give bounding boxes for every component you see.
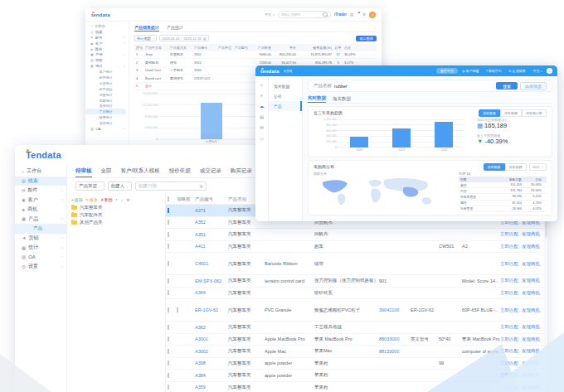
rail-icon[interactable] (260, 93, 263, 98)
match-data-link[interactable]: 立即匹配 (500, 290, 518, 296)
row-checkbox[interactable] (168, 307, 169, 312)
match-data-link[interactable]: 立即匹配 (500, 261, 518, 267)
rail-icon[interactable] (260, 104, 265, 109)
tree-action-button[interactable]: 修改 (85, 197, 98, 202)
cell-product-code[interactable]: A351 (195, 232, 228, 237)
find-opportunity-link[interactable]: 发现商机 (522, 261, 540, 267)
bell-icon[interactable]: ◌ (357, 12, 359, 17)
sidebar-item[interactable]: OA ∨ (15, 253, 66, 263)
sidebar-item[interactable]: OA ∨ (85, 126, 129, 132)
avatar[interactable]: ☺ (547, 68, 552, 74)
sidebar-item[interactable]: 运营统计 ∨ (85, 80, 129, 86)
cell-hs-code[interactable]: 88133000 (379, 349, 411, 354)
match-data-link[interactable]: 立即匹配 (500, 324, 518, 330)
language-switcher[interactable]: 中文 ∨ (265, 12, 275, 17)
sidebar-item[interactable]: 商机 ∨ (15, 205, 66, 215)
category-folder[interactable]: 汽车配件类 (71, 211, 161, 219)
product-row[interactable]: ER-1GV-62 汽车整车类 PVC Granule 聚氯乙烯颗粒PVC粒子 … (166, 299, 547, 322)
find-opportunity-link[interactable]: 发现商机 (522, 290, 540, 296)
guide-button[interactable]: 新手引导 (436, 68, 458, 74)
product-row[interactable]: A411 汽车整车类 跑车 CW501 A2 立即匹配 发现商机 (166, 241, 547, 254)
sidebar-item[interactable]: 线索 ∨ (85, 29, 129, 35)
cell-hs-code[interactable]: 901 (379, 278, 411, 283)
top10-row[interactable]: 中国 331,784 23.94% (459, 188, 547, 194)
sidebar-item[interactable]: 设置 ∨ (15, 262, 66, 272)
row-checkbox[interactable] (168, 244, 169, 249)
cell-product-code[interactable]: EM-SPX-062 (195, 278, 228, 283)
row-checkbox[interactable] (168, 278, 169, 283)
product-row[interactable]: EM-SPX-062 汽车整车类 tension control card 张力… (166, 275, 547, 288)
cell-product-code[interactable]: A3002 (195, 349, 228, 354)
bar[interactable]: 白星跑车 (180, 94, 243, 139)
tab[interactable]: 待审核 (75, 165, 92, 177)
cell-product-code[interactable]: A371 (195, 208, 228, 213)
sidebar-item[interactable]: 产品 ∨ (15, 215, 66, 225)
cell-product-code[interactable]: A398 (195, 361, 228, 365)
product-row[interactable]: A351 汽车整车类 回帆布 立即匹配 发现商机 (166, 229, 547, 241)
select-all-checkbox[interactable] (168, 196, 169, 201)
top10-row[interactable]: 印度尼西亚 98,236 9.20% (459, 194, 547, 200)
match-data-link[interactable]: 立即匹配 (500, 278, 518, 283)
cell-product-code[interactable]: A364 (195, 290, 228, 295)
find-opportunity-link[interactable]: 发现商机 (522, 278, 540, 283)
sidebar-item[interactable]: 业绩统计 ∨ (85, 120, 129, 126)
tree-action-button[interactable]: 添加 (71, 197, 82, 202)
match-data-link[interactable]: 立即匹配 (500, 231, 518, 237)
row-checkbox[interactable] (168, 349, 169, 354)
tab[interactable]: 购买记录 (231, 165, 252, 177)
sidebar-item[interactable]: 营销 ∨ (15, 234, 66, 244)
cell-orders[interactable]: 12 (333, 52, 344, 56)
find-opportunity-link[interactable]: 发现商机 (522, 231, 540, 237)
sidebar-item[interactable]: 产品 ∨ (85, 51, 129, 57)
cell-product-code[interactable]: A352 (195, 220, 228, 225)
advanced-filter-button[interactable]: 高级筛选 (520, 82, 547, 90)
row-checkbox[interactable] (168, 220, 169, 225)
date-range-input[interactable]: 2023-01-01 ~ 2023-12-31▦ (159, 35, 208, 41)
toggle-button[interactable]: 按采购量 (484, 163, 505, 171)
row-checkbox[interactable] (168, 208, 169, 213)
row-checkbox[interactable] (168, 385, 169, 390)
cell-orders[interactable]: 3 (333, 60, 344, 65)
header-menu-item[interactable]: 客户搜索 ∨ (462, 69, 482, 73)
cell-product-code[interactable]: A384 (195, 373, 228, 378)
tab[interactable]: 实时数据 (308, 94, 326, 103)
subnav-item[interactable]: 公司 (269, 91, 302, 101)
find-opportunity-link[interactable]: 发现商机 (522, 324, 540, 330)
year-select[interactable]: 2022∨ (529, 163, 547, 171)
tab[interactable]: 成交记录 (200, 165, 221, 177)
find-opportunity-link[interactable]: 发现商机 (522, 307, 540, 313)
row-checkbox[interactable] (168, 325, 169, 330)
cell-product-code[interactable]: A411 (195, 244, 228, 249)
top10-row[interactable]: 马来西亚 28,966 4.07% (459, 206, 547, 212)
match-data-link[interactable]: 立即匹配 (500, 244, 518, 249)
sidebar-item[interactable]: 商机 ∨ (85, 46, 129, 52)
sidebar-item[interactable]: 统计 ∨ (15, 243, 66, 253)
export-button[interactable]: 导出数据 (356, 36, 377, 41)
tab[interactable]: 客户/联系人模板 (121, 165, 160, 177)
sidebar-item[interactable]: 流量统计 ∨ (85, 92, 129, 98)
row-checkbox[interactable] (168, 361, 169, 365)
bar[interactable]: 2020 (341, 119, 379, 148)
create-date-input[interactable]: 创建日期▦ (135, 181, 207, 191)
sidebar-item[interactable]: 系统排行 ∨ (85, 103, 129, 109)
tree-action-button[interactable] (126, 197, 130, 202)
cell-product-code[interactable]: A362 (195, 325, 228, 330)
product-source-select[interactable]: 产品来源∨ (75, 181, 105, 191)
cell-hs-code[interactable]: 39042100 (379, 307, 411, 312)
sidebar-item[interactable]: 销售统计 ∨ (85, 114, 129, 120)
search-icon[interactable] (323, 12, 328, 17)
tab[interactable]: 报价依据 (169, 165, 191, 177)
sidebar-item[interactable]: 客户统计 ∨ (85, 69, 129, 75)
product-row[interactable]: C4501 汽车整车类 Barcode Ribbon 碳带 立即匹配 发现商机 (166, 253, 547, 275)
sidebar-item[interactable]: 线索 ∨ (15, 177, 66, 186)
toggle-button[interactable]: 按采购额 (505, 163, 527, 171)
tab[interactable]: 产品统计 (167, 23, 183, 31)
row-checkbox[interactable] (168, 336, 169, 341)
header-menu-item[interactable]: 会员续费 ∨ (508, 69, 528, 73)
itrader-label[interactable]: iTrader (334, 12, 347, 17)
sidebar-item[interactable]: 产品 ∨ (15, 224, 66, 234)
period-select[interactable]: 统计周期∨ (134, 35, 157, 41)
tree-action-button[interactable] (121, 197, 124, 202)
header-menu-item[interactable]: 帮助中心 ∨ (486, 69, 504, 73)
table-row[interactable]: 1 Jeep 白星跑车 3301 9080.00 860,230.00 15,8… (134, 51, 377, 60)
